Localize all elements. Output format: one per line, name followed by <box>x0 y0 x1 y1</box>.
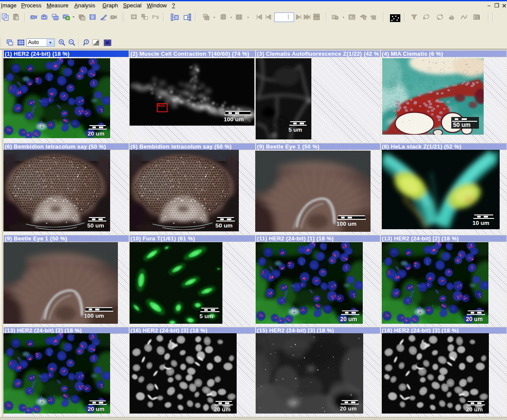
svg-text:a: a <box>370 14 372 18</box>
svg-text:5 um: 5 um <box>200 313 213 319</box>
svg-text:20 um: 20 um <box>340 405 357 412</box>
svg-text:?: ? <box>86 40 88 44</box>
svg-text:50 um: 50 um <box>453 121 470 128</box>
svg-text:10 um: 10 um <box>472 220 489 226</box>
svg-text:100 um: 100 um <box>224 116 244 123</box>
svg-text:5 um: 5 um <box>288 126 302 133</box>
svg-text:2: 2 <box>207 15 209 19</box>
svg-text:ROI: ROI <box>158 104 165 108</box>
